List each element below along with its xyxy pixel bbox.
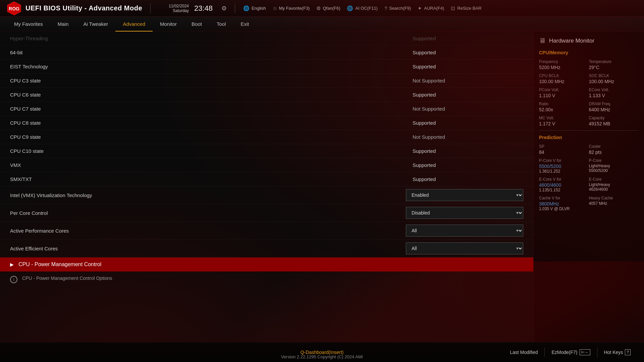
setting-row-smx: SMX/TXT Supported: [0, 172, 533, 186]
label-cpuc10: CPU C10 state: [10, 148, 406, 154]
cpu-power-management-row[interactable]: ▶ CPU - Power Management Control: [0, 257, 533, 272]
value-64bit: Supported: [406, 50, 523, 55]
info-icon: i: [10, 276, 17, 283]
last-modified-label: Last Modified: [510, 350, 538, 355]
dropdown-wrapper-active-perf: All 1 2: [406, 225, 523, 237]
value-cpuc3: Not Supported: [406, 78, 523, 83]
select-per-core[interactable]: Enabled Disabled: [406, 207, 523, 219]
settings-list: Hyper-Threading Supported 64-bit Support…: [0, 32, 533, 287]
label-per-core: Per Core Control: [10, 210, 406, 216]
ezmode-button[interactable]: EzMode(F7) ⊢→: [545, 347, 597, 357]
footer-copyright: Version 2.22.1295 Copyright (C) 2024 AMI: [281, 354, 363, 359]
value-cpuc10: Supported: [406, 148, 523, 154]
setting-row-64bit: 64-bit Supported: [0, 46, 533, 60]
value-vmx: Supported: [406, 162, 523, 168]
setting-row-cpuc10: CPU C10 state Supported: [0, 144, 533, 158]
info-row: i CPU - Power Management Control Options: [0, 272, 533, 287]
dropdown-row-active-eff: Active Efficient Cores All 1 2: [0, 240, 533, 257]
label-cpuc3: CPU C3 state: [10, 78, 406, 83]
setting-row-cpuc8: CPU C8 state Supported: [0, 116, 533, 130]
dropdown-wrapper-vmx-virt: Enabled Disabled: [406, 189, 523, 201]
dropdown-row-active-perf: Active Performance Cores All 1 2: [0, 222, 533, 240]
dropdown-row-vmx-virt: Intel (VMX) Virtualization Technology En…: [0, 186, 533, 204]
label-eist: EIST Technology: [10, 64, 406, 69]
select-active-perf[interactable]: All 1 2: [406, 225, 523, 237]
setting-row-cpuc7: CPU C7 state Not Supported: [0, 102, 533, 116]
setting-row-eist: EIST Technology Supported: [0, 60, 533, 74]
setting-row-cpuc3: CPU C3 state Not Supported: [0, 74, 533, 88]
label-64bit: 64-bit: [10, 50, 406, 55]
partial-setting-value: Supported: [406, 36, 523, 41]
label-vmx: VMX: [10, 162, 406, 168]
dropdown-wrapper-per-core: Enabled Disabled: [406, 207, 523, 219]
setting-row-vmx: VMX Supported: [0, 158, 533, 172]
value-cpuc8: Supported: [406, 120, 523, 126]
setting-row-cpuc6: CPU C6 state Supported: [0, 88, 533, 102]
info-text: CPU - Power Management Control Options: [22, 276, 112, 281]
value-cpuc6: Supported: [406, 92, 523, 98]
hotkeys-label: Hot Keys: [604, 350, 623, 355]
label-cpuc7: CPU C7 state: [10, 106, 406, 112]
select-active-eff[interactable]: All 1 2: [406, 242, 523, 254]
label-cpuc9: CPU C9 state: [10, 134, 406, 140]
hotkeys-button[interactable]: Hot Keys ?: [597, 347, 638, 357]
label-cpuc8: CPU C8 state: [10, 120, 406, 126]
footer: Q-Dashboard(Insert) Version 2.22.1295 Co…: [0, 342, 644, 362]
ezmode-icon: ⊢→: [580, 349, 590, 355]
partial-setting-row: Hyper-Threading Supported: [0, 32, 533, 46]
value-smx: Supported: [406, 176, 523, 182]
label-vmx-virt: Intel (VMX) Virtualization Technology: [10, 192, 406, 198]
cpu-power-management-label: CPU - Power Management Control: [18, 261, 101, 267]
value-cpuc9: Not Supported: [406, 134, 523, 140]
main-content: Hyper-Threading Supported 64-bit Support…: [0, 32, 533, 342]
dropdown-row-per-core: Per Core Control Enabled Disabled: [0, 204, 533, 222]
partial-setting-label: Hyper-Threading: [10, 36, 406, 41]
value-cpuc7: Not Supported: [406, 106, 523, 112]
ezmode-label: EzMode(F7): [551, 350, 577, 355]
last-modified-button[interactable]: Last Modified: [503, 348, 545, 357]
label-cpuc6: CPU C6 state: [10, 92, 406, 98]
label-active-eff: Active Efficient Cores: [10, 246, 406, 251]
expand-arrow-icon: ▶: [10, 262, 14, 267]
footer-actions: Last Modified EzMode(F7) ⊢→ Hot Keys ?: [503, 347, 637, 357]
value-eist: Supported: [406, 64, 523, 69]
hotkeys-icon: ?: [625, 349, 631, 355]
select-vmx-virt[interactable]: Enabled Disabled: [406, 189, 523, 201]
label-active-perf: Active Performance Cores: [10, 228, 406, 234]
setting-row-cpuc9: CPU C9 state Not Supported: [0, 130, 533, 144]
dropdown-wrapper-active-eff: All 1 2: [406, 242, 523, 254]
label-smx: SMX/TXT: [10, 176, 406, 182]
